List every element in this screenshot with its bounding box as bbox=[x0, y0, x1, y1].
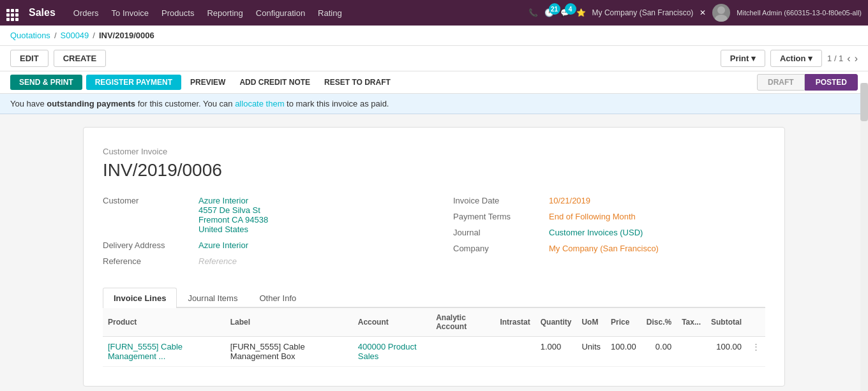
col-product: Product bbox=[103, 308, 225, 337]
alert-bold: outstanding payments bbox=[47, 99, 135, 108]
col-uom: UoM bbox=[576, 308, 606, 337]
main-content: Customer Invoice INV/2019/0006 Customer … bbox=[0, 114, 868, 391]
customer-addr2: Fremont CA 94538 bbox=[198, 215, 268, 225]
cell-disc: 0.00 bbox=[641, 337, 677, 367]
cell-tax bbox=[677, 337, 706, 367]
pagination-count: 1 / 1 bbox=[827, 54, 843, 63]
alert-text-end: to mark this invoice as paid. bbox=[284, 99, 389, 108]
table-header-row: Product Label Account Analytic Account I… bbox=[103, 308, 765, 337]
invoice-type: Customer Invoice bbox=[103, 147, 765, 156]
tab-journal-items[interactable]: Journal Items bbox=[177, 288, 248, 308]
journal-label: Journal bbox=[453, 228, 549, 237]
invoice-date-field: Invoice Date 10/21/2019 bbox=[453, 196, 765, 205]
svg-point-0 bbox=[717, 6, 725, 14]
invoice-card: Customer Invoice INV/2019/0006 Customer … bbox=[83, 127, 785, 387]
edit-button[interactable]: EDIT bbox=[10, 50, 49, 67]
col-label: Label bbox=[225, 308, 353, 337]
next-button[interactable]: › bbox=[855, 53, 858, 64]
breadcrumb-s00049[interactable]: S00049 bbox=[61, 31, 89, 40]
alert-allocate-link[interactable]: allocate them bbox=[235, 99, 284, 108]
menu-configuration[interactable]: Configuration bbox=[253, 7, 308, 19]
menu-reporting[interactable]: Reporting bbox=[204, 7, 245, 19]
table-row: [FURN_5555] Cable Management ... [FURN_5… bbox=[103, 337, 765, 367]
status-posted-button[interactable]: POSTED bbox=[805, 74, 858, 91]
field-right: Invoice Date 10/21/2019 Payment Terms En… bbox=[453, 196, 765, 272]
col-actions bbox=[747, 308, 765, 337]
phone-icon[interactable]: 📞 bbox=[528, 8, 538, 17]
svg-point-1 bbox=[715, 15, 728, 22]
menu-rating[interactable]: Rating bbox=[315, 7, 345, 19]
status-group: DRAFT POSTED bbox=[757, 74, 858, 91]
col-disc: Disc.% bbox=[641, 308, 677, 337]
cell-product[interactable]: [FURN_5555] Cable Management ... bbox=[103, 337, 225, 367]
col-analytic: Analytic Account bbox=[431, 308, 495, 337]
preview-button[interactable]: PREVIEW bbox=[185, 75, 230, 90]
col-tax: Tax... bbox=[677, 308, 706, 337]
status-draft-button[interactable]: DRAFT bbox=[757, 74, 805, 91]
col-account: Account bbox=[353, 308, 431, 337]
avatar[interactable] bbox=[712, 4, 730, 22]
menu-products[interactable]: Products bbox=[159, 7, 197, 19]
payment-terms-label: Payment Terms bbox=[453, 212, 549, 221]
prev-button[interactable]: ‹ bbox=[847, 53, 850, 64]
company-selector[interactable]: My Company (San Francisco) bbox=[592, 8, 694, 17]
create-button[interactable]: CREATE bbox=[54, 50, 106, 67]
action-button[interactable]: Action ▾ bbox=[770, 50, 822, 67]
delivery-label: Delivery Address bbox=[103, 240, 198, 250]
cell-price: 100.00 bbox=[606, 337, 641, 367]
pagination: 1 / 1 ‹ › bbox=[827, 53, 858, 64]
cell-uom: Units bbox=[576, 337, 606, 367]
tab-invoice-lines[interactable]: Invoice Lines bbox=[103, 288, 177, 308]
payment-terms-field: Payment Terms End of Following Month bbox=[453, 212, 765, 221]
customer-name[interactable]: Azure Interior bbox=[198, 196, 268, 205]
close-icon[interactable]: ✕ bbox=[700, 8, 706, 17]
menu-orders[interactable]: Orders bbox=[71, 7, 101, 19]
company-value: My Company (San Francisco) bbox=[549, 244, 659, 253]
action-bar: SEND & PRINT REGISTER PAYMENT PREVIEW AD… bbox=[0, 71, 868, 94]
send-print-button[interactable]: SEND & PRINT bbox=[10, 75, 82, 90]
grid-icon[interactable] bbox=[6, 4, 19, 21]
chat-badge[interactable]: 💬 4 bbox=[560, 8, 570, 17]
invoice-fields: Customer Azure Interior 4557 De Silva St… bbox=[103, 196, 765, 272]
calendar-badge[interactable]: 🕐 21 bbox=[544, 8, 554, 17]
scrollbar[interactable] bbox=[860, 83, 868, 391]
invoice-date-value: 10/21/2019 bbox=[549, 196, 590, 205]
breadcrumb: Quotations / S00049 / INV/2019/0006 bbox=[0, 26, 868, 46]
alert-bar: You have outstanding payments for this c… bbox=[0, 94, 868, 114]
username: Mitchell Admin (660315-13-0-f80e05-all) bbox=[737, 9, 862, 17]
reference-field: Reference Reference bbox=[103, 256, 415, 266]
company-field: Company My Company (San Francisco) bbox=[453, 244, 765, 253]
customer-label: Customer bbox=[103, 196, 198, 234]
col-intrastat: Intrastat bbox=[495, 308, 535, 337]
register-payment-button[interactable]: REGISTER PAYMENT bbox=[86, 75, 181, 90]
menu-to-invoice[interactable]: To Invoice bbox=[109, 7, 152, 19]
delivery-field: Delivery Address Azure Interior bbox=[103, 240, 415, 250]
cell-label: [FURN_5555] Cable Management Box bbox=[225, 337, 353, 367]
cell-intrastat bbox=[495, 337, 535, 367]
reset-to-draft-button[interactable]: RESET TO DRAFT bbox=[319, 75, 396, 90]
delivery-value[interactable]: Azure Interior bbox=[198, 240, 248, 250]
cell-quantity: 1.000 bbox=[535, 337, 577, 367]
cell-row-actions[interactable]: ⋮ bbox=[747, 337, 765, 367]
col-quantity: Quantity bbox=[535, 308, 577, 337]
col-price: Price bbox=[606, 308, 641, 337]
journal-value[interactable]: Customer Invoices (USD) bbox=[549, 228, 643, 237]
star-icon[interactable]: ⭐ bbox=[576, 8, 586, 17]
invoice-number: INV/2019/0006 bbox=[103, 160, 765, 181]
col-subtotal: Subtotal bbox=[706, 308, 747, 337]
print-button[interactable]: Print ▾ bbox=[721, 50, 765, 67]
customer-field: Customer Azure Interior 4557 De Silva St… bbox=[103, 196, 415, 234]
field-left: Customer Azure Interior 4557 De Silva St… bbox=[103, 196, 415, 272]
customer-addr1: 4557 De Silva St bbox=[198, 205, 268, 215]
breadcrumb-quotations[interactable]: Quotations bbox=[10, 31, 50, 40]
tab-other-info[interactable]: Other Info bbox=[248, 288, 307, 308]
toolbar: EDIT CREATE Print ▾ Action ▾ 1 / 1 ‹ › bbox=[0, 46, 868, 71]
alert-text-middle: for this customer. You can bbox=[135, 99, 235, 108]
tabs: Invoice Lines Journal Items Other Info bbox=[103, 288, 765, 308]
cell-account[interactable]: 400000 Product Sales bbox=[353, 337, 431, 367]
company-label: Company bbox=[453, 244, 549, 253]
cell-analytic bbox=[431, 337, 495, 367]
reference-input[interactable]: Reference bbox=[198, 256, 237, 266]
add-credit-note-button[interactable]: ADD CREDIT NOTE bbox=[234, 75, 315, 90]
breadcrumb-current: INV/2019/0006 bbox=[99, 31, 154, 40]
